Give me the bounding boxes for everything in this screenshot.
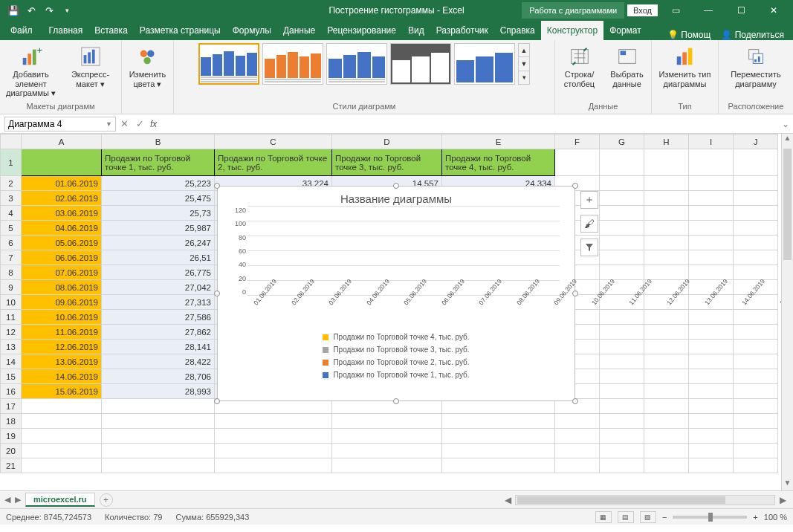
add-sheet-button[interactable]: + xyxy=(100,493,113,507)
cell-B12[interactable]: 27,862 xyxy=(102,325,215,340)
worksheet-grid[interactable]: ABCDEFGHIJ1Продажи по Торговой точке 1, … xyxy=(0,134,793,490)
row-header-7[interactable]: 7 xyxy=(1,250,22,265)
tab-Конструктор[interactable]: Конструктор xyxy=(541,21,603,40)
enter-formula-icon[interactable]: ✓ xyxy=(136,118,144,129)
col-header-H[interactable]: H xyxy=(644,134,689,149)
zoom-in-icon[interactable]: + xyxy=(753,513,757,522)
cell-A9[interactable]: 08.06.2019 xyxy=(22,280,102,295)
cancel-formula-icon[interactable]: ✕ xyxy=(120,118,129,129)
row-header-1[interactable]: 1 xyxy=(1,149,22,176)
cell-A10[interactable]: 09.06.2019 xyxy=(22,295,102,310)
cell-B1[interactable]: Продажи по Торговой точке 1, тыс. руб. xyxy=(102,149,215,176)
col-header-G[interactable]: G xyxy=(600,134,644,149)
cell-A6[interactable]: 05.06.2019 xyxy=(22,236,102,250)
redo-icon[interactable]: ↷ xyxy=(43,4,55,16)
chart-style-2[interactable] xyxy=(262,43,323,85)
chart-style-3[interactable] xyxy=(326,43,387,85)
cell-B11[interactable]: 27,586 xyxy=(102,310,215,325)
switch-row-col-button[interactable]: Строка/ столбец xyxy=(558,43,601,88)
cell-B16[interactable]: 28,993 xyxy=(102,384,215,399)
tab-Главная[interactable]: Главная xyxy=(43,21,89,40)
cell-A13[interactable]: 12.06.2019 xyxy=(22,340,102,354)
row-header-6[interactable]: 6 xyxy=(1,236,22,250)
change-chart-type-button[interactable]: Изменить тип диаграммы xyxy=(658,43,713,88)
undo-icon[interactable]: ↶ xyxy=(25,4,37,16)
col-header-C[interactable]: C xyxy=(215,134,332,149)
cell-B10[interactable]: 27,313 xyxy=(102,295,215,310)
name-box-input[interactable] xyxy=(8,119,90,129)
chart-style-4[interactable] xyxy=(390,43,451,85)
view-normal-icon[interactable]: ▦ xyxy=(595,511,612,523)
row-header-11[interactable]: 11 xyxy=(1,310,22,325)
row-header-8[interactable]: 8 xyxy=(1,265,22,280)
gallery-scroll[interactable]: ▲▼▾ xyxy=(518,43,530,85)
row-header-19[interactable]: 19 xyxy=(1,429,22,444)
minimize-icon[interactable]: — xyxy=(693,0,723,21)
chart-plot-area[interactable]: 020406080100120 xyxy=(247,207,560,296)
chart-styles-gallery[interactable]: ▲▼▾ xyxy=(198,43,530,85)
row-header-13[interactable]: 13 xyxy=(1,340,22,354)
row-header-17[interactable]: 17 xyxy=(1,399,22,414)
tab-Рецензирование[interactable]: Рецензирование xyxy=(321,21,402,40)
tab-Разработчик[interactable]: Разработчик xyxy=(430,21,494,40)
zoom-level[interactable]: 100 % xyxy=(764,513,787,522)
cell-B2[interactable]: 25,223 xyxy=(102,176,215,191)
cell-A12[interactable]: 11.06.2019 xyxy=(22,325,102,340)
select-data-button[interactable]: Выбрать данные xyxy=(606,43,649,88)
expand-formula-bar-icon[interactable]: ⌄ xyxy=(778,119,793,129)
view-page-break-icon[interactable]: ▧ xyxy=(640,511,656,523)
row-header-9[interactable]: 9 xyxy=(1,280,22,295)
tab-Вставка[interactable]: Вставка xyxy=(88,21,134,40)
cell-A7[interactable]: 06.06.2019 xyxy=(22,250,102,265)
row-header-15[interactable]: 15 xyxy=(1,369,22,384)
zoom-slider[interactable] xyxy=(673,516,747,519)
cell-A5[interactable]: 04.06.2019 xyxy=(22,221,102,236)
tab-Формулы[interactable]: Формулы xyxy=(227,21,277,40)
col-header-B[interactable]: B xyxy=(102,134,215,149)
cell-B13[interactable]: 28,141 xyxy=(102,340,215,354)
row-header-4[interactable]: 4 xyxy=(1,206,22,221)
name-box[interactable]: ▼ xyxy=(4,117,116,132)
name-box-dropdown-icon[interactable]: ▼ xyxy=(106,120,112,128)
sheet-nav-next-icon[interactable]: ▶ xyxy=(15,495,21,505)
chart-style-1[interactable] xyxy=(198,43,259,85)
cell-E1[interactable]: Продажи по Торговой точке 4, тыс. руб. xyxy=(442,149,555,176)
cell-A15[interactable]: 14.06.2019 xyxy=(22,369,102,384)
cell-A3[interactable]: 02.06.2019 xyxy=(22,191,102,206)
tab-Формат[interactable]: Формат xyxy=(603,21,647,40)
cell-B5[interactable]: 25,987 xyxy=(102,221,215,236)
row-header-10[interactable]: 10 xyxy=(1,295,22,310)
row-header-2[interactable]: 2 xyxy=(1,176,22,191)
chart-styles-button[interactable]: 🖌 xyxy=(580,215,598,233)
col-header-J[interactable]: J xyxy=(734,134,778,149)
sheet-nav-prev-icon[interactable]: ◀ xyxy=(4,495,10,505)
row-header-12[interactable]: 12 xyxy=(1,325,22,340)
ribbon-options-icon[interactable]: ▭ xyxy=(661,0,690,21)
tab-Справка[interactable]: Справка xyxy=(494,21,541,40)
zoom-out-icon[interactable]: − xyxy=(662,513,667,522)
formula-input[interactable] xyxy=(163,117,778,132)
cell-B15[interactable]: 28,706 xyxy=(102,369,215,384)
col-header-E[interactable]: E xyxy=(442,134,555,149)
maximize-icon[interactable]: ☐ xyxy=(726,0,756,21)
save-icon[interactable]: 💾 xyxy=(7,4,19,16)
vertical-scrollbar[interactable]: ▲▼ xyxy=(781,134,793,490)
cell-B9[interactable]: 27,042 xyxy=(102,280,215,295)
col-header-I[interactable]: I xyxy=(689,134,734,149)
view-page-layout-icon[interactable]: ▤ xyxy=(618,511,634,523)
quick-layout-button[interactable]: Экспресс-макет ▾ xyxy=(63,43,118,88)
fx-icon[interactable]: fx xyxy=(150,119,163,129)
chart-object[interactable]: Название диаграммы 020406080100120 01.06… xyxy=(217,186,575,401)
chart-plus-button[interactable]: ＋ xyxy=(580,191,598,209)
tab-Данные[interactable]: Данные xyxy=(277,21,321,40)
tab-file[interactable]: Файл xyxy=(0,21,43,40)
chart-style-5[interactable] xyxy=(454,43,515,85)
row-header-21[interactable]: 21 xyxy=(1,458,22,473)
chart-filter-button[interactable] xyxy=(580,239,598,256)
cell-B4[interactable]: 25,73 xyxy=(102,206,215,221)
chart-title[interactable]: Название диаграммы xyxy=(218,186,574,207)
cell-A16[interactable]: 15.06.2019 xyxy=(22,384,102,399)
cell-B7[interactable]: 26,51 xyxy=(102,250,215,265)
cell-A2[interactable]: 01.06.2019 xyxy=(22,176,102,191)
tell-me[interactable]: 💡 Помощ xyxy=(667,30,711,40)
